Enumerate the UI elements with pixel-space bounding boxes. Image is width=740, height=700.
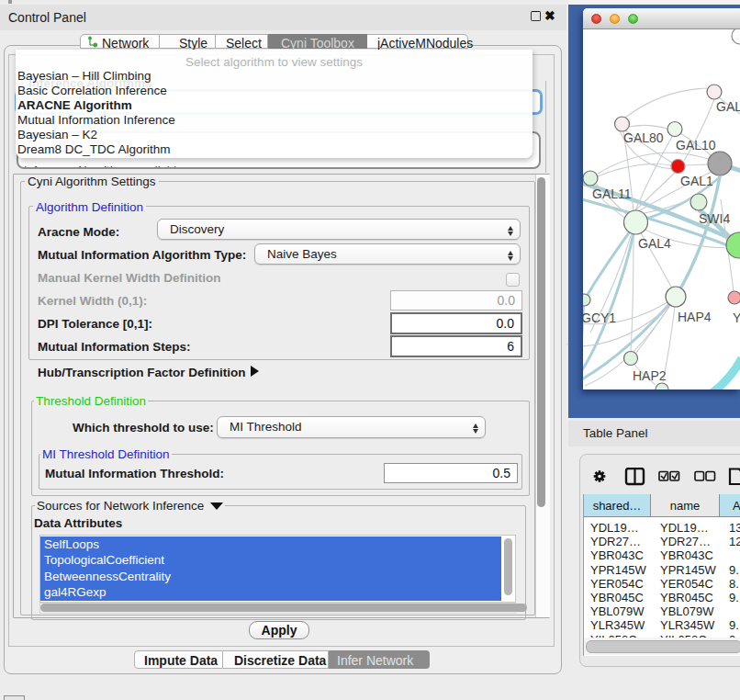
svg-text:GCY1: GCY1: [583, 310, 616, 325]
svg-text:GAL80: GAL80: [623, 130, 664, 145]
svg-text:GAL10: GAL10: [676, 138, 716, 152]
svg-text:GAL: GAL: [716, 99, 740, 114]
svg-text:GAL11: GAL11: [592, 186, 632, 201]
svg-text:HAP2: HAP2: [633, 368, 667, 383]
svg-text:HAP4: HAP4: [678, 310, 712, 324]
svg-text:GAL4: GAL4: [638, 236, 671, 251]
svg-text:GAL1: GAL1: [680, 174, 713, 188]
svg-text:SWI4: SWI4: [699, 211, 730, 226]
svg-text:Y: Y: [733, 310, 740, 325]
